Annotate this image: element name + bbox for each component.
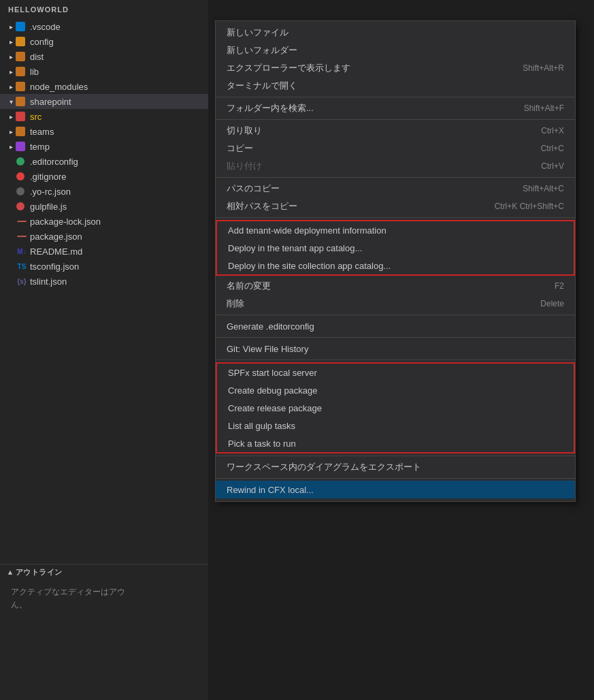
menu-item-rename[interactable]: 名前の変更 F2 [216, 277, 575, 295]
menu-item-delete[interactable]: 削除 Delete [216, 295, 575, 313]
outline-label: アウトライン [16, 567, 63, 577]
menu-label-export-diagram: ワークスペース内のダイアグラムをエクスポート [227, 461, 421, 473]
separator-3 [216, 177, 575, 178]
menu-item-git-history[interactable]: Git: View File History [216, 340, 575, 357]
folder-icon-sharepoint [16, 96, 27, 107]
tree-item-teams[interactable]: teams [0, 124, 208, 139]
menu-item-spfx-server[interactable]: SPFx start local server [217, 364, 574, 381]
tree-item-vscode[interactable]: .vscode [0, 19, 208, 34]
menu-item-new-folder[interactable]: 新しいフォルダー [216, 42, 575, 59]
menu-item-release-package[interactable]: Create release package [217, 399, 574, 417]
tree-item-sharepoint[interactable]: sharepoint [0, 94, 208, 109]
tree-label-package-lock: package-lock.json [30, 217, 101, 227]
outline-title[interactable]: ▴ アウトライン [0, 564, 208, 580]
tree-item-gulpfile[interactable]: gulpfile.js [0, 199, 208, 214]
tree-label-package: package.json [30, 232, 82, 242]
file-icon-gulpfile [16, 201, 27, 212]
menu-label-copy-relative-path: 相対パスをコピー [227, 200, 297, 212]
menu-item-copy[interactable]: コピー Ctrl+C [216, 140, 575, 157]
separator-1 [216, 97, 575, 97]
menu-label-list-gulp: List all gulp tasks [228, 421, 295, 431]
tree-item-package-lock[interactable]: ━━ package-lock.json [0, 214, 208, 229]
menu-item-copy-path[interactable]: パスのコピー Shift+Alt+C [216, 180, 575, 197]
menu-label-deploy-site: Deploy in the site collection app catalo… [228, 261, 391, 271]
menu-label-new-file: 新しいファイル [227, 27, 288, 39]
tree-item-tsconfig[interactable]: TS tsconfig.json [0, 259, 208, 274]
tree-arrow-temp [5, 141, 16, 152]
menu-item-export-diagram[interactable]: ワークスペース内のダイアグラムをエクスポート [216, 458, 575, 476]
menu-label-paste: 貼り付け [227, 160, 262, 172]
separator-9 [216, 478, 575, 479]
menu-label-open-terminal: ターミナルで開く [227, 80, 297, 92]
folder-icon-src [16, 111, 27, 122]
tree-item-dist[interactable]: dist [0, 49, 208, 64]
outline-empty-message: アクティブなエディターはアウん。 [0, 580, 208, 617]
file-icon-package-lock: ━━ [16, 216, 27, 227]
separator-8 [216, 456, 575, 456]
menu-item-find-folder[interactable]: フォルダー内を検索... Shift+Alt+F [216, 99, 575, 117]
menu-item-list-gulp[interactable]: List all gulp tasks [217, 417, 574, 434]
menu-label-reveal-explorer: エクスプローラーで表示します [227, 62, 350, 74]
menu-item-deploy-tenant[interactable]: Deploy in the tenant app catalog... [217, 239, 574, 257]
tree-arrow-config [5, 36, 16, 47]
tree-label-yo-rc: .yo-rc.json [30, 187, 71, 197]
tree-arrow-sharepoint [5, 96, 16, 107]
menu-shortcut-find-folder: Shift+Alt+F [524, 104, 564, 113]
tree-label-gulpfile: gulpfile.js [30, 202, 67, 212]
separator-2 [216, 119, 575, 120]
menu-item-open-terminal[interactable]: ターミナルで開く [216, 77, 575, 95]
menu-item-reveal-explorer[interactable]: エクスプローラーで表示します Shift+Alt+R [216, 59, 575, 77]
sidebar-title: HELLOWORLD [0, 0, 208, 19]
separator-7 [216, 360, 575, 360]
outline-arrow: ▴ [8, 568, 13, 577]
menu-item-deploy-site[interactable]: Deploy in the site collection app catalo… [217, 257, 574, 274]
menu-item-last[interactable]: Rewind in CFX local... [216, 481, 575, 498]
tree-label-node-modules: node_modules [30, 82, 88, 92]
tree-arrow-src [5, 111, 16, 122]
menu-item-generate-editorconfig[interactable]: Generate .editorconfig [216, 317, 575, 335]
menu-item-paste[interactable]: 貼り付け Ctrl+V [216, 157, 575, 175]
tree-item-lib[interactable]: lib [0, 64, 208, 79]
menu-shortcut-reveal-explorer: Shift+Alt+R [523, 63, 564, 73]
tree-item-readme[interactable]: M↓ README.md [0, 244, 208, 259]
menu-shortcut-rename: F2 [555, 281, 564, 291]
tree-item-config[interactable]: config [0, 34, 208, 49]
menu-label-new-folder: 新しいフォルダー [227, 44, 297, 57]
tree-label-config: config [30, 37, 54, 47]
folder-icon-config [16, 36, 27, 47]
tree-label-lib: lib [30, 67, 39, 77]
folder-icon-vscode [16, 21, 27, 32]
tree-arrow-lib [5, 66, 16, 77]
menu-item-add-tenant-deployment[interactable]: Add tenant-wide deployment information [217, 221, 574, 239]
file-icon-readme: M↓ [16, 246, 27, 257]
separator-5 [216, 315, 575, 315]
tree-item-gitignore[interactable]: .gitignore [0, 169, 208, 184]
menu-label-git-history: Git: View File History [227, 344, 308, 354]
folder-icon-dist [16, 51, 27, 62]
tree-label-src: src [30, 112, 42, 122]
tree-label-tsconfig: tsconfig.json [30, 261, 79, 272]
tree-label-tslint: tslint.json [30, 276, 67, 287]
tree-item-editorconfig[interactable]: .editorconfig [0, 154, 208, 169]
highlight-spfx-section: SPFx start local server Create debug pac… [216, 362, 575, 454]
tree-item-tslint[interactable]: {s} tslint.json [0, 274, 208, 289]
folder-icon-temp [16, 141, 27, 152]
tree-item-src[interactable]: src [0, 109, 208, 124]
file-icon-package: ━━ [16, 231, 27, 242]
tree-arrow-dist [5, 51, 16, 62]
file-icon-tsconfig: TS [16, 261, 27, 272]
menu-label-generate-editorconfig: Generate .editorconfig [227, 321, 314, 332]
menu-shortcut-cut: Ctrl+X [541, 126, 564, 136]
menu-label-last: Rewind in CFX local... [227, 485, 314, 495]
menu-shortcut-paste: Ctrl+V [541, 161, 564, 171]
menu-item-new-file[interactable]: 新しいファイル [216, 24, 575, 42]
menu-item-debug-package[interactable]: Create debug package [217, 381, 574, 399]
tree-item-node-modules[interactable]: node_modules [0, 79, 208, 94]
menu-item-copy-relative-path[interactable]: 相対パスをコピー Ctrl+K Ctrl+Shift+C [216, 197, 575, 215]
tree-item-temp[interactable]: temp [0, 139, 208, 154]
tree-item-yo-rc[interactable]: .yo-rc.json [0, 184, 208, 199]
tree-item-package[interactable]: ━━ package.json [0, 229, 208, 244]
menu-item-pick-task[interactable]: Pick a task to run [217, 434, 574, 452]
context-menu: 新しいファイル 新しいフォルダー エクスプローラーで表示します Shift+Al… [215, 20, 576, 502]
menu-item-cut[interactable]: 切り取り Ctrl+X [216, 122, 575, 140]
